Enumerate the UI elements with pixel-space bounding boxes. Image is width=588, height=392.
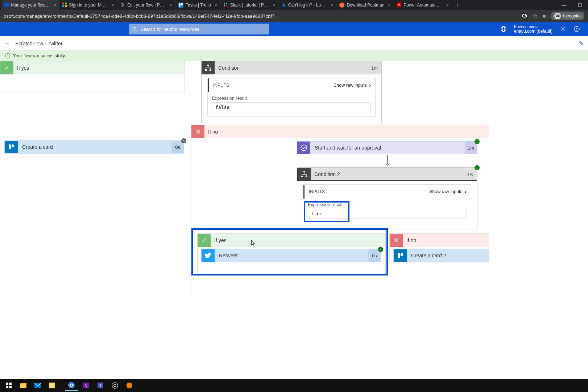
svg-rect-30 <box>303 171 305 172</box>
show-raw-inputs-link[interactable]: Show raw inputs › <box>334 82 371 89</box>
teams-icon[interactable]: T <box>94 380 107 391</box>
approval-action[interactable]: Start and wait for an approval 1m <box>297 141 477 154</box>
branch-header[interactable]: ✓ If yes <box>0 61 185 74</box>
action-title: Retweet <box>215 249 368 262</box>
branch-header[interactable]: ✓ If yes <box>198 234 385 247</box>
favicon-slack-icon <box>223 3 228 8</box>
close-icon[interactable]: × <box>111 3 114 8</box>
back-button[interactable]: ← <box>4 40 10 47</box>
duration-label: 0s <box>464 172 477 177</box>
svg-rect-32 <box>306 176 307 177</box>
extension-icon[interactable]: 👁‍🗨 <box>521 13 528 19</box>
environment-icon[interactable] <box>500 26 507 32</box>
start-button[interactable] <box>2 380 15 391</box>
incognito-badge[interactable]: 🕶Incognito <box>551 12 584 20</box>
if-yes-branch[interactable]: ✓ If yes <box>0 61 185 93</box>
banner-message: Your flow ran successfully. <box>13 53 66 58</box>
help-icon[interactable]: ? <box>573 26 580 32</box>
obs-icon[interactable] <box>108 380 121 391</box>
gear-icon[interactable] <box>560 26 566 32</box>
close-icon[interactable]: × <box>215 3 218 8</box>
svg-rect-7 <box>181 3 183 5</box>
reading-list-icon[interactable]: ≡ <box>543 13 546 19</box>
favicon-atlassian-icon <box>281 3 286 8</box>
environment-picker[interactable]: Environments enayu.com (default) <box>514 24 552 34</box>
svg-point-52 <box>114 384 116 387</box>
browser-tab[interactable]: Edit your flow | Power × <box>117 0 175 10</box>
inputs-heading: INPUTS <box>213 83 229 88</box>
close-icon: ✕ <box>191 125 204 138</box>
address-bar: osoft.com/manage/environments/Default-37… <box>0 10 588 22</box>
svg-point-19 <box>562 28 564 30</box>
browser-tab[interactable]: Tasks | Trello × <box>175 0 220 10</box>
chevron-right-icon: › <box>369 82 371 89</box>
skipped-badge-icon: ✕ <box>181 138 186 143</box>
close-icon[interactable]: × <box>388 3 391 8</box>
condition-card[interactable]: Condition 2 0s INPUTS Show raw inputs › … <box>297 167 477 229</box>
browser-tab[interactable]: Sign in to your Microso × <box>59 0 117 10</box>
url-field[interactable]: osoft.com/manage/environments/Default-37… <box>4 13 521 19</box>
flow-canvas[interactable]: Condition 1m INPUTS Show raw inputs › Ex… <box>0 61 588 315</box>
close-icon[interactable]: × <box>446 3 449 8</box>
svg-rect-37 <box>9 383 12 385</box>
branch-title: If yes <box>214 237 226 243</box>
svg-rect-38 <box>6 386 8 388</box>
svg-rect-0 <box>4 3 9 7</box>
close-icon[interactable]: × <box>331 3 334 8</box>
maximize-button[interactable]: ☐ <box>572 3 588 8</box>
app-header: Environments enayu.com (default) ? <box>0 22 588 36</box>
browser-tab[interactable]: Power Automate Appro × <box>394 0 452 10</box>
new-tab-button[interactable]: + <box>452 1 462 9</box>
condition-icon <box>202 61 215 74</box>
close-icon[interactable]: × <box>273 3 276 8</box>
app-icon[interactable] <box>123 380 136 391</box>
checkmark-icon: ✓ <box>0 61 13 74</box>
create-card-action[interactable]: Create a card 0s <box>4 140 184 154</box>
svg-rect-43 <box>49 383 55 388</box>
condition-icon <box>298 168 311 181</box>
retweet-action[interactable]: Retweet 0s <box>201 249 381 262</box>
branch-header[interactable]: ✕ If no <box>390 234 489 247</box>
close-icon[interactable]: × <box>53 3 56 8</box>
windows-taskbar: N T <box>0 379 588 392</box>
connector-arrow-icon <box>385 155 390 167</box>
global-search[interactable] <box>129 24 269 34</box>
show-raw-inputs-link[interactable]: Show raw inputs › <box>429 188 467 195</box>
approval-icon <box>297 142 310 154</box>
onenote-icon[interactable]: N <box>79 380 92 391</box>
browser-tab[interactable]: Download Postman × <box>336 0 394 10</box>
favicon-youtube-icon <box>397 3 401 8</box>
browser-tab[interactable]: Can't log in? - Log in w × <box>278 0 336 10</box>
favicon-postman-icon <box>339 3 344 8</box>
edit-icon[interactable]: ✎ <box>579 40 584 47</box>
svg-point-9 <box>226 3 228 5</box>
search-input[interactable] <box>140 26 266 32</box>
tab-title: Edit your flow | Power <box>127 3 166 8</box>
favicon-flow-icon <box>4 3 9 8</box>
twitter-icon <box>202 249 215 262</box>
action-title: Create a card 2 <box>407 249 489 262</box>
browser-tab[interactable]: Slack | tutorial | Power × <box>220 0 278 10</box>
condition-card[interactable]: Condition 1m INPUTS Show raw inputs › Ex… <box>201 61 382 123</box>
chrome-icon[interactable] <box>65 380 78 391</box>
svg-point-11 <box>226 5 228 7</box>
svg-point-12 <box>339 3 344 8</box>
bookmark-icon[interactable]: ☆ <box>533 13 538 19</box>
branch-title: If no <box>406 237 416 243</box>
svg-rect-4 <box>65 5 67 7</box>
favicon-trello-icon <box>178 3 183 8</box>
expression-result-label: Expression result <box>308 202 467 207</box>
svg-rect-36 <box>6 383 8 385</box>
sticky-notes-icon[interactable] <box>46 380 59 391</box>
checkmark-icon: ✓ <box>198 234 211 247</box>
create-card-2-action[interactable]: Create a card 2 <box>393 249 489 262</box>
branch-header[interactable]: ✕ If no <box>191 125 489 138</box>
browser-tab[interactable]: Manage your flows | M × <box>1 0 59 10</box>
mail-icon[interactable] <box>31 380 44 391</box>
card-title: Condition 2 <box>314 171 340 177</box>
favicon-pa-icon <box>120 3 125 8</box>
minimize-button[interactable]: — <box>556 3 572 8</box>
close-icon[interactable]: × <box>169 3 172 8</box>
file-explorer-icon[interactable] <box>17 380 30 391</box>
svg-rect-2 <box>65 3 67 4</box>
